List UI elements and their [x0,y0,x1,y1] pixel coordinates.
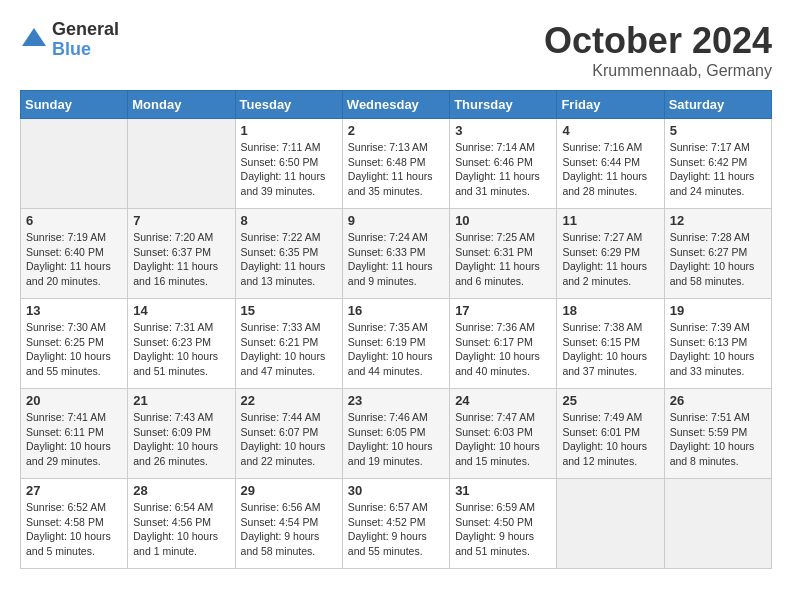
day-number: 4 [562,123,658,138]
day-info: Sunrise: 7:22 AM Sunset: 6:35 PM Dayligh… [241,230,337,289]
day-info: Sunrise: 7:13 AM Sunset: 6:48 PM Dayligh… [348,140,444,199]
calendar-cell [128,119,235,209]
week-row-3: 13Sunrise: 7:30 AM Sunset: 6:25 PM Dayli… [21,299,772,389]
day-number: 16 [348,303,444,318]
logo: General Blue [20,20,119,60]
day-info: Sunrise: 7:14 AM Sunset: 6:46 PM Dayligh… [455,140,551,199]
calendar-cell: 1Sunrise: 7:11 AM Sunset: 6:50 PM Daylig… [235,119,342,209]
day-number: 22 [241,393,337,408]
calendar-cell: 17Sunrise: 7:36 AM Sunset: 6:17 PM Dayli… [450,299,557,389]
calendar-cell: 29Sunrise: 6:56 AM Sunset: 4:54 PM Dayli… [235,479,342,569]
calendar-cell: 7Sunrise: 7:20 AM Sunset: 6:37 PM Daylig… [128,209,235,299]
logo-icon [20,26,48,54]
calendar-cell: 24Sunrise: 7:47 AM Sunset: 6:03 PM Dayli… [450,389,557,479]
day-info: Sunrise: 7:41 AM Sunset: 6:11 PM Dayligh… [26,410,122,469]
logo-line1: General [52,20,119,40]
day-info: Sunrise: 7:39 AM Sunset: 6:13 PM Dayligh… [670,320,766,379]
calendar-cell: 25Sunrise: 7:49 AM Sunset: 6:01 PM Dayli… [557,389,664,479]
svg-marker-1 [22,28,46,46]
day-info: Sunrise: 7:31 AM Sunset: 6:23 PM Dayligh… [133,320,229,379]
week-row-2: 6Sunrise: 7:19 AM Sunset: 6:40 PM Daylig… [21,209,772,299]
weekday-header-sunday: Sunday [21,91,128,119]
day-number: 12 [670,213,766,228]
weekday-header-row: SundayMondayTuesdayWednesdayThursdayFrid… [21,91,772,119]
calendar-cell: 28Sunrise: 6:54 AM Sunset: 4:56 PM Dayli… [128,479,235,569]
calendar-cell: 30Sunrise: 6:57 AM Sunset: 4:52 PM Dayli… [342,479,449,569]
day-info: Sunrise: 6:56 AM Sunset: 4:54 PM Dayligh… [241,500,337,559]
weekday-header-thursday: Thursday [450,91,557,119]
calendar-cell: 22Sunrise: 7:44 AM Sunset: 6:07 PM Dayli… [235,389,342,479]
day-info: Sunrise: 7:16 AM Sunset: 6:44 PM Dayligh… [562,140,658,199]
day-number: 29 [241,483,337,498]
day-number: 21 [133,393,229,408]
day-number: 25 [562,393,658,408]
day-number: 7 [133,213,229,228]
day-number: 14 [133,303,229,318]
day-number: 18 [562,303,658,318]
day-info: Sunrise: 7:49 AM Sunset: 6:01 PM Dayligh… [562,410,658,469]
day-info: Sunrise: 7:33 AM Sunset: 6:21 PM Dayligh… [241,320,337,379]
calendar-cell: 21Sunrise: 7:43 AM Sunset: 6:09 PM Dayli… [128,389,235,479]
calendar-cell: 14Sunrise: 7:31 AM Sunset: 6:23 PM Dayli… [128,299,235,389]
day-number: 11 [562,213,658,228]
location: Krummennaab, Germany [544,62,772,80]
day-info: Sunrise: 6:52 AM Sunset: 4:58 PM Dayligh… [26,500,122,559]
calendar-cell: 23Sunrise: 7:46 AM Sunset: 6:05 PM Dayli… [342,389,449,479]
calendar-body: 1Sunrise: 7:11 AM Sunset: 6:50 PM Daylig… [21,119,772,569]
month-title: October 2024 [544,20,772,62]
day-number: 19 [670,303,766,318]
calendar-cell [557,479,664,569]
day-number: 15 [241,303,337,318]
day-number: 6 [26,213,122,228]
week-row-1: 1Sunrise: 7:11 AM Sunset: 6:50 PM Daylig… [21,119,772,209]
day-number: 5 [670,123,766,138]
day-info: Sunrise: 7:24 AM Sunset: 6:33 PM Dayligh… [348,230,444,289]
week-row-4: 20Sunrise: 7:41 AM Sunset: 6:11 PM Dayli… [21,389,772,479]
logo-line2: Blue [52,40,119,60]
calendar-cell: 9Sunrise: 7:24 AM Sunset: 6:33 PM Daylig… [342,209,449,299]
day-number: 30 [348,483,444,498]
day-number: 26 [670,393,766,408]
day-number: 28 [133,483,229,498]
calendar-cell: 6Sunrise: 7:19 AM Sunset: 6:40 PM Daylig… [21,209,128,299]
calendar-table: SundayMondayTuesdayWednesdayThursdayFrid… [20,90,772,569]
day-number: 27 [26,483,122,498]
calendar-cell: 27Sunrise: 6:52 AM Sunset: 4:58 PM Dayli… [21,479,128,569]
day-number: 2 [348,123,444,138]
day-info: Sunrise: 7:19 AM Sunset: 6:40 PM Dayligh… [26,230,122,289]
day-info: Sunrise: 7:25 AM Sunset: 6:31 PM Dayligh… [455,230,551,289]
calendar-cell: 13Sunrise: 7:30 AM Sunset: 6:25 PM Dayli… [21,299,128,389]
day-number: 20 [26,393,122,408]
day-number: 31 [455,483,551,498]
day-number: 24 [455,393,551,408]
day-info: Sunrise: 7:11 AM Sunset: 6:50 PM Dayligh… [241,140,337,199]
day-info: Sunrise: 7:20 AM Sunset: 6:37 PM Dayligh… [133,230,229,289]
day-info: Sunrise: 7:38 AM Sunset: 6:15 PM Dayligh… [562,320,658,379]
calendar-cell: 12Sunrise: 7:28 AM Sunset: 6:27 PM Dayli… [664,209,771,299]
weekday-header-monday: Monday [128,91,235,119]
day-number: 13 [26,303,122,318]
day-number: 17 [455,303,551,318]
calendar-cell [21,119,128,209]
day-number: 10 [455,213,551,228]
day-info: Sunrise: 7:44 AM Sunset: 6:07 PM Dayligh… [241,410,337,469]
calendar-cell: 4Sunrise: 7:16 AM Sunset: 6:44 PM Daylig… [557,119,664,209]
day-info: Sunrise: 7:51 AM Sunset: 5:59 PM Dayligh… [670,410,766,469]
day-info: Sunrise: 7:36 AM Sunset: 6:17 PM Dayligh… [455,320,551,379]
day-info: Sunrise: 7:28 AM Sunset: 6:27 PM Dayligh… [670,230,766,289]
day-info: Sunrise: 7:46 AM Sunset: 6:05 PM Dayligh… [348,410,444,469]
weekday-header-friday: Friday [557,91,664,119]
day-number: 8 [241,213,337,228]
day-number: 9 [348,213,444,228]
calendar-cell: 18Sunrise: 7:38 AM Sunset: 6:15 PM Dayli… [557,299,664,389]
weekday-header-tuesday: Tuesday [235,91,342,119]
calendar-cell: 10Sunrise: 7:25 AM Sunset: 6:31 PM Dayli… [450,209,557,299]
day-info: Sunrise: 6:54 AM Sunset: 4:56 PM Dayligh… [133,500,229,559]
logo-text: General Blue [52,20,119,60]
header: General Blue October 2024 Krummennaab, G… [20,20,772,80]
calendar-cell: 26Sunrise: 7:51 AM Sunset: 5:59 PM Dayli… [664,389,771,479]
calendar-cell: 8Sunrise: 7:22 AM Sunset: 6:35 PM Daylig… [235,209,342,299]
calendar-cell: 15Sunrise: 7:33 AM Sunset: 6:21 PM Dayli… [235,299,342,389]
day-info: Sunrise: 7:30 AM Sunset: 6:25 PM Dayligh… [26,320,122,379]
calendar-cell [664,479,771,569]
